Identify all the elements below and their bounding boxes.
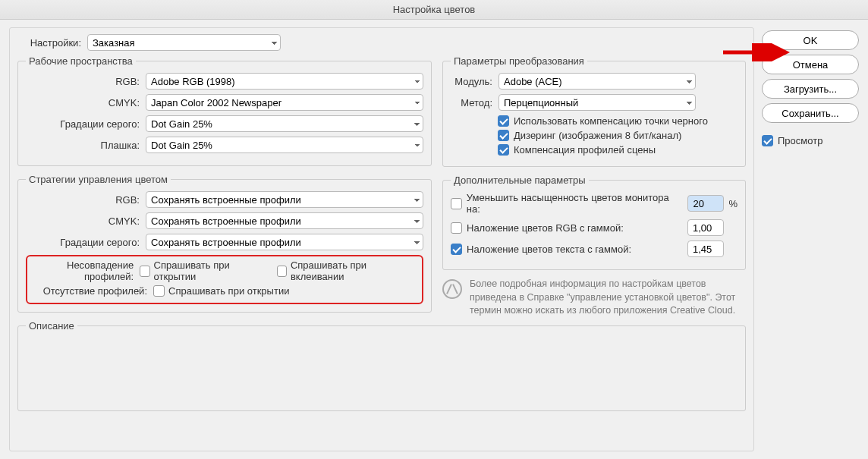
- blend-text-label: Наложение цветов текста с гаммой:: [467, 244, 631, 255]
- save-button[interactable]: Сохранить...: [762, 103, 859, 123]
- mismatch-open-text: Спрашивать при открытии: [154, 259, 260, 282]
- cancel-button[interactable]: Отмена: [762, 55, 859, 74]
- dither-checkbox[interactable]: [498, 130, 509, 141]
- dialog-body: Настройки: Заказная Рабочие пространства…: [0, 20, 868, 459]
- side-column: OK Отмена Загрузить... Сохранить... Прос…: [762, 27, 859, 451]
- gray-workspace-select[interactable]: Dot Gain 25%: [146, 115, 423, 132]
- missing-label: Отсутствие профилей:: [32, 285, 147, 297]
- desaturate-label: Уменьшить насыщенность цветов монитора н…: [467, 192, 684, 215]
- gray-label: Градации серого:: [26, 118, 140, 130]
- spot-workspace-select[interactable]: Dot Gain 25%: [146, 137, 423, 153]
- info-text: Более подробная информация по настройкам…: [470, 278, 746, 318]
- ok-button[interactable]: OK: [762, 30, 859, 50]
- policy-rgb-select[interactable]: Сохранять встроенные профили: [146, 191, 423, 208]
- missing-open-text: Спрашивать при открытии: [168, 285, 289, 297]
- mismatch-paste-text: Спрашивать при вклеивании: [291, 259, 407, 282]
- conversion-legend: Параметры преобразования: [451, 55, 587, 67]
- engine-select[interactable]: Adobe (ACE): [498, 73, 696, 90]
- dither-label: Дизеринг (изображения 8 бит/канал): [514, 130, 681, 141]
- mismatch-label: Несовпадение профилей:: [32, 259, 134, 282]
- settings-label: Настройки:: [17, 37, 81, 49]
- rgb-workspace-select[interactable]: Adobe RGB (1998): [146, 73, 423, 90]
- rgb-label: RGB:: [26, 76, 140, 87]
- spot-label: Плашка:: [26, 140, 140, 151]
- engine-label: Модуль:: [451, 76, 492, 87]
- blend-rgb-checkbox[interactable]: [451, 222, 462, 234]
- desaturate-unit: %: [728, 198, 737, 209]
- cmyk-workspace-select[interactable]: Japan Color 2002 Newspaper: [146, 94, 423, 111]
- blend-text-input[interactable]: [687, 241, 724, 257]
- missing-open-checkbox[interactable]: [153, 285, 165, 297]
- policy-cmyk-select[interactable]: Сохранять встроенные профили: [146, 212, 423, 229]
- description-group: Описание: [17, 320, 746, 411]
- advanced-legend: Дополнительные параметры: [451, 174, 589, 186]
- load-button[interactable]: Загрузить...: [762, 79, 859, 99]
- description-legend: Описание: [26, 320, 77, 332]
- mismatch-paste-checkbox[interactable]: [277, 266, 287, 277]
- window-title: Настройка цветов: [0, 0, 868, 20]
- policy-gray-select[interactable]: Сохранять встроенные профили: [146, 234, 423, 250]
- policies-legend: Стратегии управления цветом: [26, 174, 171, 185]
- info-row: Более подробная информация по настройкам…: [442, 278, 746, 318]
- preview-checkbox[interactable]: [762, 135, 773, 146]
- preview-label: Просмотр: [778, 135, 822, 146]
- cmyk-label: CMYK:: [26, 97, 140, 108]
- bpc-checkbox[interactable]: [498, 115, 509, 127]
- scene-label: Компенсация профилей сцены: [514, 144, 656, 156]
- mismatch-open-checkbox[interactable]: [140, 266, 149, 277]
- policy-gray-label: Градации серого:: [26, 237, 140, 248]
- scene-checkbox[interactable]: [498, 144, 509, 156]
- workspaces-group: Рабочие пространства RGB: Adobe RGB (199…: [17, 55, 432, 166]
- blend-text-checkbox[interactable]: [451, 244, 462, 255]
- main-column: Настройки: Заказная Рабочие пространства…: [9, 27, 754, 451]
- desaturate-checkbox[interactable]: [451, 198, 462, 209]
- settings-select[interactable]: Заказная: [87, 34, 281, 51]
- profile-mismatch-highlight: Несовпадение профилей: Спрашивать при от…: [26, 255, 423, 304]
- policy-rgb-label: RGB:: [26, 194, 140, 206]
- bpc-label: Использовать компенсацию точки черного: [514, 115, 708, 127]
- conversion-group: Параметры преобразования Модуль: Adobe (…: [442, 55, 746, 167]
- blend-rgb-label: Наложение цветов RGB с гаммой:: [467, 222, 624, 234]
- advanced-group: Дополнительные параметры Уменьшить насыщ…: [442, 174, 746, 270]
- policy-cmyk-label: CMYK:: [26, 215, 140, 227]
- info-icon: [442, 279, 462, 299]
- intent-select[interactable]: Перцепционный: [498, 94, 696, 111]
- workspaces-legend: Рабочие пространства: [26, 55, 136, 67]
- intent-label: Метод:: [451, 97, 492, 108]
- policies-group: Стратегии управления цветом RGB: Сохраня…: [17, 174, 432, 313]
- desaturate-input[interactable]: [687, 195, 724, 212]
- blend-rgb-input[interactable]: [687, 219, 724, 236]
